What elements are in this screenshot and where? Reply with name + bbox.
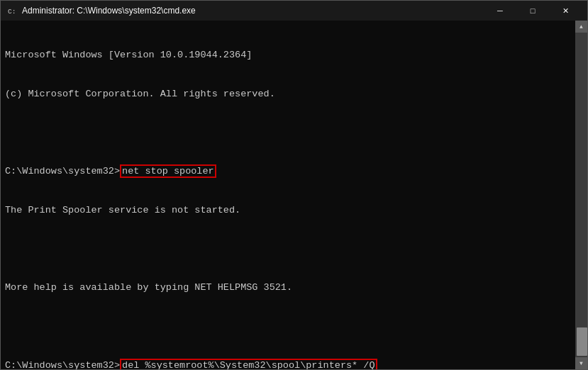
line-5: The Print Spooler service is not started… [5, 204, 571, 217]
terminal-area: Microsoft Windows [Version 10.0.19044.23… [1, 21, 587, 369]
scroll-down-button[interactable]: ▼ [575, 357, 587, 369]
prompt-1: C:\Windows\system32> [5, 166, 120, 176]
cmd-window: C: Administrator: C:\Windows\system32\cm… [0, 0, 588, 370]
scroll-track [575, 33, 587, 357]
close-button[interactable]: ✕ [549, 1, 582, 21]
line-2: (c) Microsoft Corporation. All rights re… [5, 88, 571, 101]
window-title: Administrator: C:\Windows\system32\cmd.e… [22, 6, 484, 16]
minimize-button[interactable]: ─ [484, 1, 516, 21]
svg-text:C:: C: [8, 8, 16, 16]
title-bar: C: Administrator: C:\Windows\system32\cm… [1, 1, 587, 21]
line-blank-1 [5, 127, 571, 140]
scroll-thumb[interactable] [577, 327, 587, 356]
line-blank-3 [5, 320, 571, 333]
line-1: Microsoft Windows [Version 10.0.19044.23… [5, 49, 571, 62]
terminal-content[interactable]: Microsoft Windows [Version 10.0.19044.23… [1, 21, 575, 369]
cmd-2: del %systemroot%\System32\spool\printers… [120, 359, 377, 369]
cmd-1: net stop spooler [120, 164, 216, 178]
scroll-up-button[interactable]: ▲ [575, 21, 587, 33]
window-controls: ─ □ ✕ [484, 1, 582, 21]
cmd-icon: C: [6, 5, 18, 16]
line-blank-2 [5, 243, 571, 256]
line-7: More help is available by typing NET HEL… [5, 281, 571, 294]
prompt-2: C:\Windows\system32> [5, 360, 120, 369]
line-9: C:\Windows\system32>del %systemroot%\Sys… [5, 359, 571, 369]
scrollbar: ▲ ▼ [575, 21, 587, 369]
line-4: C:\Windows\system32>net stop spooler [5, 165, 571, 178]
maximize-button[interactable]: □ [516, 1, 549, 21]
